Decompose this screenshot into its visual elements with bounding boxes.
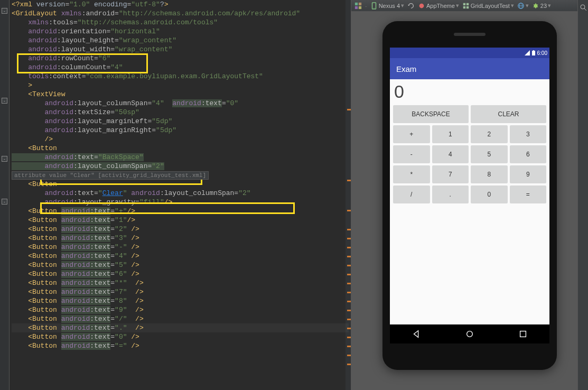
svg-rect-8 bbox=[466, 3, 469, 5]
code-line[interactable]: <TextView bbox=[12, 90, 349, 99]
preview-panel: - Nexus 4▾ AppTheme▾ GridLayoutTest▾ ▾ bbox=[351, 0, 588, 390]
code-line[interactable]: android:layout_height="wrap_content" bbox=[12, 36, 349, 45]
svg-rect-17 bbox=[520, 331, 526, 337]
right-tool-strip bbox=[577, 0, 588, 390]
activity-label: GridLayoutTest bbox=[471, 3, 510, 9]
code-line[interactable]: attribute value "Clear" [activity_grid_l… bbox=[12, 171, 349, 180]
calc-grid: BACKSPACE CLEAR + 1 2 3 - 4 5 6 * 7 bbox=[391, 103, 548, 206]
activity-selector[interactable]: GridLayoutTest▾ bbox=[462, 2, 514, 10]
calc-button[interactable]: 6 bbox=[510, 145, 547, 163]
home-icon[interactable] bbox=[465, 329, 474, 339]
calc-button[interactable]: 7 bbox=[432, 165, 469, 183]
code-line[interactable]: <Button android:text="4" /> bbox=[12, 252, 349, 261]
theme-selector[interactable]: AppTheme▾ bbox=[418, 2, 459, 10]
fold-marker-icon[interactable]: - bbox=[2, 199, 7, 205]
calc-button[interactable]: . bbox=[432, 185, 469, 203]
code-line[interactable]: <Button android:text="6" /> bbox=[12, 270, 349, 278]
code-line[interactable]: <Button android:text="." /> bbox=[12, 323, 349, 332]
wifi-icon bbox=[525, 50, 530, 55]
svg-point-5 bbox=[374, 7, 374, 8]
calc-button[interactable]: 5 bbox=[471, 145, 508, 163]
fold-marker-icon[interactable]: - bbox=[2, 156, 7, 162]
code-line[interactable]: <Button android:text="1"/> bbox=[12, 216, 349, 225]
device-selector[interactable]: Nexus 4▾ bbox=[370, 2, 404, 10]
calc-button[interactable]: + bbox=[393, 125, 430, 143]
code-line[interactable]: <Button android:text="7" /> bbox=[12, 287, 349, 296]
code-line[interactable]: android:layout_gravity="fill"/> bbox=[12, 198, 349, 207]
svg-point-18 bbox=[581, 5, 585, 9]
editor-gutter: - - - - bbox=[0, 0, 10, 390]
code-line[interactable]: android:columnCount="4" bbox=[12, 63, 349, 72]
preview-canvas[interactable]: 6:00 Exam 0 BACKSPACE CLEAR + 1 2 3 bbox=[351, 12, 588, 390]
theme-label: AppTheme bbox=[426, 3, 455, 9]
battery-icon bbox=[531, 50, 536, 55]
fold-marker-icon[interactable]: - bbox=[2, 8, 7, 14]
code-line[interactable]: android:text="BackSpace" bbox=[12, 153, 349, 162]
code-line[interactable]: android:layout_marginLeft="5dp" bbox=[12, 117, 349, 126]
api-selector[interactable]: 23▾ bbox=[532, 2, 551, 10]
code-line[interactable]: xmlns:tools="http://schemas.android.com/… bbox=[12, 18, 349, 27]
code-line[interactable]: <Button android:text="2" /> bbox=[12, 225, 349, 234]
calc-button[interactable]: / bbox=[393, 185, 430, 203]
code-line[interactable]: android:rowCount="6" bbox=[12, 54, 349, 63]
fold-marker-icon[interactable]: - bbox=[2, 98, 7, 104]
code-line[interactable]: <GridLayout xmlns:android="http://schema… bbox=[12, 9, 349, 18]
code-line[interactable]: <Button android:text="-" /> bbox=[12, 243, 349, 252]
calc-button[interactable]: 9 bbox=[510, 165, 547, 183]
code-line[interactable]: <?xml version="1.0" encoding="utf-8"?> bbox=[12, 0, 349, 9]
code-line[interactable]: <Button android:text="8" /> bbox=[12, 296, 349, 305]
svg-rect-2 bbox=[355, 6, 358, 8]
code-line[interactable]: <Button android:text="=" /> bbox=[12, 341, 349, 350]
phone-screen: 6:00 Exam 0 BACKSPACE CLEAR + 1 2 3 bbox=[390, 48, 549, 343]
code-line[interactable]: <Button bbox=[12, 144, 349, 153]
code-line[interactable]: android:orientation="horizontal" bbox=[12, 27, 349, 36]
recent-icon[interactable] bbox=[518, 329, 528, 339]
calc-button[interactable]: 8 bbox=[471, 165, 508, 183]
zoom-icon[interactable] bbox=[579, 3, 587, 12]
calc-button[interactable]: - bbox=[393, 145, 430, 163]
app-bar: Exam bbox=[390, 58, 549, 79]
palette-icon[interactable] bbox=[354, 2, 362, 10]
calc-button[interactable]: = bbox=[510, 185, 547, 203]
backspace-button[interactable]: BACKSPACE bbox=[393, 105, 469, 123]
svg-point-16 bbox=[467, 331, 473, 337]
calc-button[interactable]: 0 bbox=[471, 185, 508, 203]
clear-button[interactable]: CLEAR bbox=[471, 105, 546, 123]
calc-button[interactable]: 1 bbox=[432, 125, 469, 143]
calc-display: 0 bbox=[391, 80, 548, 103]
code-line[interactable]: <Button android:text="/" /> bbox=[12, 314, 349, 323]
status-time: 6:00 bbox=[537, 50, 547, 56]
svg-rect-9 bbox=[463, 6, 465, 8]
svg-rect-1 bbox=[359, 2, 361, 5]
code-editor[interactable]: <?xml version="1.0" encoding="utf-8"?><G… bbox=[10, 0, 351, 390]
code-line[interactable]: <Button android:text="0" /> bbox=[12, 332, 349, 341]
calc-button[interactable]: 2 bbox=[471, 125, 508, 143]
code-line[interactable]: android:layout_width="wrap_content" bbox=[12, 45, 349, 54]
api-label: 23 bbox=[540, 3, 547, 9]
code-line[interactable]: tools:context="com.example.boyliupan.exa… bbox=[12, 72, 349, 81]
code-line[interactable]: <Button android:text="*" /> bbox=[12, 278, 349, 287]
orientation-icon[interactable] bbox=[407, 2, 415, 10]
code-line[interactable]: <Button android:text="+"/> bbox=[12, 207, 349, 216]
code-line[interactable]: <Button bbox=[12, 180, 349, 189]
calc-button[interactable]: 3 bbox=[510, 125, 547, 143]
code-line[interactable]: <Button android:text="9" /> bbox=[12, 305, 349, 314]
code-line[interactable]: android:layout_marginRight="5dp" bbox=[12, 126, 349, 135]
code-line[interactable]: > bbox=[12, 81, 349, 90]
calc-button[interactable]: 4 bbox=[432, 145, 469, 163]
code-line[interactable]: android:layout_columnSpan="4" android:te… bbox=[12, 99, 349, 108]
code-line[interactable]: android:text="Clear" android:layout_colu… bbox=[12, 189, 349, 198]
app-title: Exam bbox=[396, 64, 416, 73]
calc-button[interactable]: * bbox=[393, 165, 430, 183]
code-line[interactable]: android:layout_columnSpan="2" bbox=[12, 162, 349, 171]
code-line[interactable]: android:textSize="50sp" bbox=[12, 108, 349, 117]
status-bar: 6:00 bbox=[390, 48, 549, 58]
back-icon[interactable] bbox=[412, 329, 421, 339]
code-line[interactable]: /> bbox=[12, 135, 349, 144]
code-content[interactable]: <?xml version="1.0" encoding="utf-8"?><G… bbox=[12, 0, 349, 350]
locale-icon[interactable]: ▾ bbox=[517, 2, 529, 10]
phone-speaker bbox=[454, 33, 486, 36]
code-line[interactable]: <Button android:text="5" /> bbox=[12, 261, 349, 270]
code-line[interactable]: <Button android:text="3" /> bbox=[12, 234, 349, 243]
svg-rect-3 bbox=[359, 6, 361, 8]
